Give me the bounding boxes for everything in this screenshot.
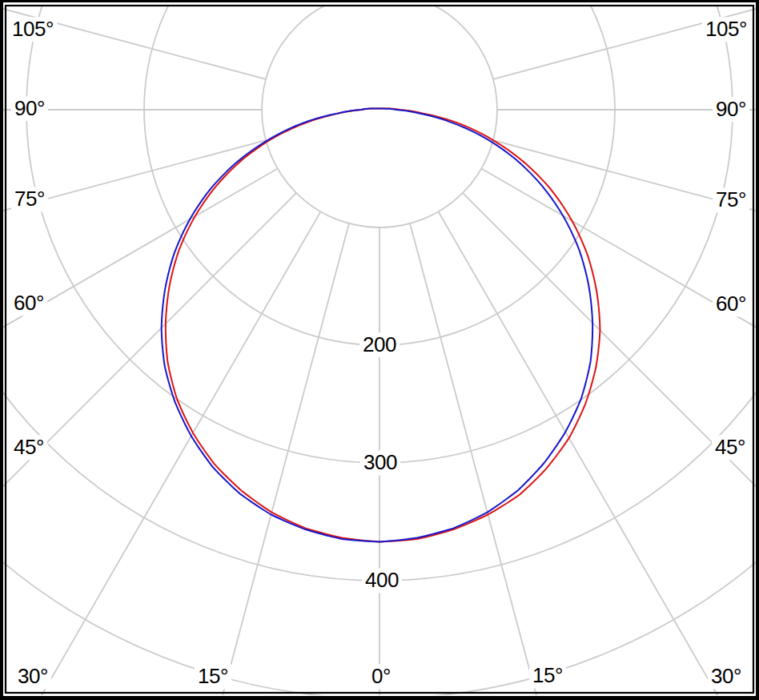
- tick-label: 75°: [11, 187, 48, 211]
- outer-border-left: [0, 0, 3, 700]
- tick-label: 105°: [9, 17, 57, 42]
- curve-red: [166, 108, 600, 541]
- tick-label: 15°: [195, 664, 231, 689]
- outer-border-bottom: [0, 696, 759, 700]
- tick-label: 60°: [713, 292, 749, 316]
- tick-label: 30°: [708, 664, 745, 689]
- outer-border-top: [0, 0, 759, 2]
- tick-label: 75°: [713, 187, 749, 212]
- tick-label: 30°: [14, 664, 51, 689]
- tick-label: 45°: [712, 435, 749, 460]
- tick-label: 105°: [702, 17, 750, 42]
- tick-label: 45°: [10, 435, 47, 460]
- tick-label: 0°: [368, 664, 394, 689]
- tick-label: 300: [360, 450, 400, 475]
- outer-border-right: [756, 0, 759, 700]
- tick-label: 90°: [11, 96, 48, 121]
- photometric-polar-chart: 105°90°75°60°45°30°105°90°75°60°45°30°15…: [0, 0, 759, 700]
- tick-label: 15°: [529, 663, 566, 688]
- tick-label: 200: [359, 332, 400, 357]
- tick-label: 90°: [713, 97, 749, 122]
- tick-label: 400: [362, 568, 402, 593]
- tick-label: 60°: [10, 291, 47, 316]
